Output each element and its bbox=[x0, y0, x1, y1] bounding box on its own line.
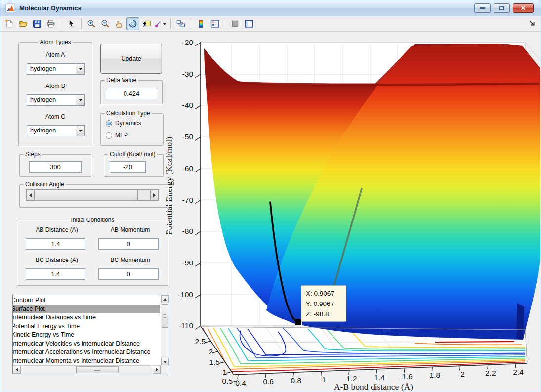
link-plot-button[interactable] bbox=[174, 17, 187, 30]
vertical-scrollbar[interactable] bbox=[161, 295, 169, 366]
atom-a-label: Atom A bbox=[19, 51, 92, 58]
chevron-down-icon bbox=[79, 99, 83, 101]
y-tick-label: -110 bbox=[167, 321, 193, 330]
datatip[interactable]: X: 0.9067Y: 0.9067Z: -98.8 bbox=[301, 285, 346, 322]
atom-c-label: Atom C bbox=[19, 113, 92, 120]
cutoff-group: Cutoff (Kcal/ mol) bbox=[104, 154, 164, 177]
ab-distance-field[interactable] bbox=[26, 238, 85, 250]
depth-tick-label: 0.5 bbox=[215, 377, 233, 386]
horizontal-scroll-thumb[interactable] bbox=[76, 366, 119, 373]
radio-mep[interactable]: MEP bbox=[106, 132, 128, 139]
update-button[interactable]: Update bbox=[100, 44, 162, 74]
right-arrow-icon bbox=[153, 193, 156, 197]
titlebar[interactable]: Molecular Dynamics ✕ bbox=[0, 0, 541, 16]
plot-type-option[interactable]: Contour Plot bbox=[13, 296, 160, 305]
toolbar-separator bbox=[225, 18, 225, 29]
depth-tick-label: 1 bbox=[209, 368, 227, 377]
steps-title: Steps bbox=[23, 151, 42, 158]
scroll-right-button[interactable] bbox=[153, 366, 161, 374]
close-button[interactable]: ✕ bbox=[513, 3, 534, 13]
x-tick-label: 2.4 bbox=[509, 368, 527, 377]
y-tick-label: -80 bbox=[167, 227, 193, 236]
scroll-down-button[interactable] bbox=[161, 358, 169, 366]
brush-dropdown-caret[interactable] bbox=[163, 23, 166, 25]
depth-tick-label: 1.5 bbox=[202, 358, 220, 367]
slider-thumb[interactable] bbox=[35, 190, 138, 200]
close-icon: ✕ bbox=[521, 5, 526, 11]
atom-a-dropdown-button[interactable] bbox=[76, 64, 84, 74]
pan-hand-icon bbox=[115, 19, 124, 28]
atom-c-dropdown-button[interactable] bbox=[76, 126, 84, 136]
cutoff-field[interactable] bbox=[110, 161, 146, 173]
plot-type-listbox[interactable]: Contour PlotSurface PlotInternuclear Dis… bbox=[12, 295, 169, 374]
atom-b-dropdown-button[interactable] bbox=[76, 95, 84, 105]
open-file-button[interactable] bbox=[17, 17, 30, 30]
slider-left-arrow[interactable] bbox=[26, 190, 35, 200]
link-chain-icon bbox=[176, 19, 185, 28]
bc-distance-field[interactable] bbox=[26, 268, 85, 280]
left-arrow-icon bbox=[16, 368, 18, 372]
rotate-3d-button[interactable] bbox=[126, 17, 139, 30]
plot-type-option[interactable]: Internuclear Velocities vs Internuclear … bbox=[13, 340, 160, 348]
plot-type-option[interactable]: Internuclear Momenta vs Internuclear Dis… bbox=[13, 357, 160, 365]
dock-figure-button[interactable] bbox=[528, 19, 536, 29]
bc-distance-label: BC Distance (A) bbox=[22, 257, 91, 263]
atom-a-dropdown[interactable]: hydrogen bbox=[27, 63, 85, 75]
scroll-left-button[interactable] bbox=[13, 366, 21, 374]
y-tick-label: -20 bbox=[167, 38, 193, 47]
x-tick-label: 0.6 bbox=[259, 377, 277, 386]
new-figure-button[interactable] bbox=[3, 17, 16, 30]
atom-types-title: Atom Types bbox=[38, 39, 73, 45]
print-figure-button[interactable] bbox=[44, 17, 57, 30]
show-plot-tools-button[interactable] bbox=[243, 17, 255, 30]
plot-type-option[interactable]: Internuclear Accelerations vs Internucle… bbox=[13, 348, 160, 357]
y-tick-label: -100 bbox=[167, 290, 193, 299]
plot-type-option[interactable]: Kinetic Energy vs Time bbox=[13, 331, 160, 340]
bc-momentum-label: BC Momentum bbox=[96, 257, 164, 263]
insert-colorbar-button[interactable] bbox=[195, 17, 208, 30]
data-cursor-button[interactable] bbox=[140, 17, 153, 30]
atom-b-dropdown[interactable]: hydrogen bbox=[27, 94, 85, 106]
cutoff-title: Cutoff (Kcal/ mol) bbox=[108, 151, 157, 158]
datatip-line: Z: -98.8 bbox=[306, 309, 346, 319]
horizontal-scrollbar[interactable] bbox=[13, 365, 161, 374]
collision-angle-slider[interactable] bbox=[26, 189, 159, 201]
minimize-icon bbox=[480, 7, 485, 9]
save-floppy-icon bbox=[33, 19, 42, 28]
zoom-in-button[interactable] bbox=[85, 17, 98, 30]
x-tick-label: 2 bbox=[454, 370, 472, 379]
toolbar-separator bbox=[191, 18, 191, 29]
x-axis-label: A-B bond distance (Å) bbox=[292, 382, 455, 392]
window-title: Molecular Dynamics bbox=[19, 4, 82, 12]
bc-momentum-field[interactable] bbox=[98, 268, 159, 280]
y-tick-label: -60 bbox=[167, 164, 193, 173]
minimize-button[interactable] bbox=[474, 3, 491, 13]
y-tick-label: -70 bbox=[167, 196, 193, 205]
brush-data-button[interactable] bbox=[154, 17, 167, 30]
chevron-down-icon bbox=[79, 130, 83, 132]
maximize-button[interactable] bbox=[494, 3, 510, 13]
pan-button[interactable] bbox=[113, 17, 125, 30]
insert-legend-button[interactable] bbox=[208, 17, 221, 30]
delta-value-field[interactable] bbox=[106, 88, 157, 99]
plot-type-option[interactable]: Internuclear Distances vs Time bbox=[13, 313, 160, 322]
edit-plot-button[interactable] bbox=[65, 17, 78, 30]
ab-momentum-field[interactable] bbox=[98, 238, 159, 250]
calculation-type-title: Calculation Type bbox=[104, 110, 152, 117]
hide-plot-tools-button[interactable] bbox=[229, 17, 242, 30]
slider-right-arrow[interactable] bbox=[150, 190, 159, 200]
plot-type-option[interactable]: Potential Energy vs Time bbox=[13, 322, 160, 331]
save-figure-button[interactable] bbox=[31, 17, 43, 30]
steps-group: Steps bbox=[19, 154, 91, 177]
atom-c-dropdown[interactable]: hydrogen bbox=[27, 125, 85, 136]
scroll-up-button[interactable] bbox=[161, 295, 169, 303]
maximize-icon bbox=[499, 6, 504, 10]
collision-angle-title: Collision Angle bbox=[23, 181, 66, 188]
scrollbar-corner bbox=[161, 365, 169, 374]
initial-conditions-group: Initial Conditions AB Distance (A) AB Mo… bbox=[17, 220, 168, 286]
plot-type-option[interactable]: Surface Plot bbox=[13, 305, 160, 314]
vertical-scroll-thumb[interactable] bbox=[162, 304, 168, 328]
zoom-out-button[interactable] bbox=[99, 17, 112, 30]
steps-field[interactable] bbox=[29, 161, 82, 173]
radio-dynamics[interactable]: Dynamics bbox=[106, 120, 141, 127]
